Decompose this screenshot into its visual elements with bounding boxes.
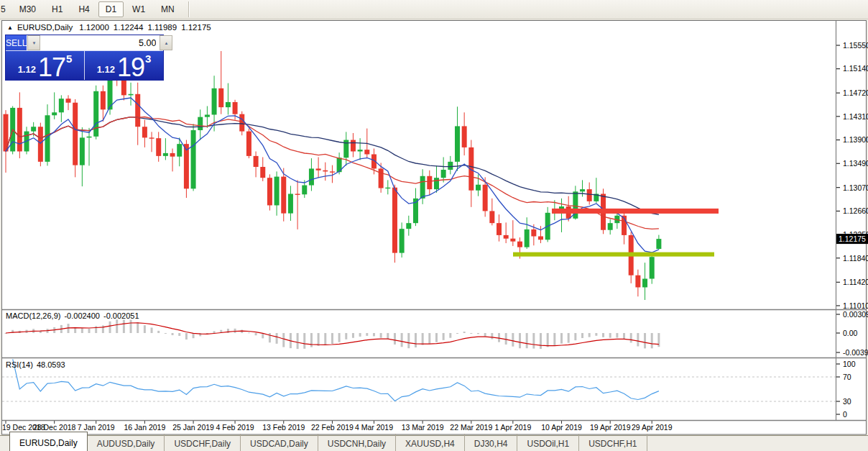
- svg-text:1.14720: 1.14720: [843, 88, 868, 97]
- macd-indicator-label: MACD(12,26,9)-0.002400-0.002051: [6, 311, 143, 320]
- ohlc-close: 1.12175: [181, 23, 211, 32]
- chart-tab-eurusd-daily[interactable]: EURUSD,Daily: [9, 432, 88, 451]
- chart-tab-usdoil-h1[interactable]: USDOil,H1: [517, 434, 579, 451]
- svg-text:19 Apr 2019: 19 Apr 2019: [590, 423, 631, 432]
- chart-tab-bar: EURUSD,DailyAUDUSD,DailyUSDCHF,DailyUSDC…: [0, 435, 868, 451]
- svg-text:28 Dec 2018: 28 Dec 2018: [33, 423, 76, 432]
- rsi-value: 48.0593: [37, 360, 65, 369]
- svg-text:4 Mar 2019: 4 Mar 2019: [355, 423, 393, 432]
- chart-tab-xauusd-h4[interactable]: XAUUSD,H4: [396, 434, 465, 451]
- svg-text:0.00: 0.00: [843, 329, 858, 337]
- macd-name: MACD(12,26,9): [6, 311, 60, 320]
- ohlc-open: 1.12000: [79, 23, 109, 32]
- svg-text:1.15140: 1.15140: [843, 64, 868, 73]
- svg-text:1 Apr 2019: 1 Apr 2019: [494, 423, 531, 432]
- ohlc-high: 1.12244: [114, 23, 144, 32]
- chart-tab-usdchf-h1[interactable]: USDCHF,H1: [579, 434, 647, 451]
- chart-title: ▲ EURUSD,Daily 1.12000 1.12244 1.11989 1…: [7, 23, 216, 32]
- buy-price-display[interactable]: 1.12 19 3: [84, 51, 163, 80]
- svg-text:-0.003947: -0.003947: [843, 348, 868, 357]
- chart-symbol-label: EURUSD,Daily: [17, 23, 73, 32]
- chart-tab-dj30-h4[interactable]: DJ30,H4: [465, 434, 518, 451]
- one-click-trading-panel: SELL ▼ ▲ BUY 1.12 17 5 1.12 19 3: [6, 35, 163, 80]
- timeframe-toolbar: 5M30H1H4D1W1MN: [0, 0, 868, 19]
- svg-text:1.15550: 1.15550: [843, 41, 868, 50]
- chart-tab-audusd-daily[interactable]: AUDUSD,Daily: [88, 434, 165, 451]
- sell-price-display[interactable]: 1.12 17 5: [6, 51, 84, 80]
- volume-spinner: ▼ ▲: [27, 35, 173, 50]
- toolbar-separator: [188, 1, 189, 17]
- sell-price-sup: 5: [66, 53, 72, 65]
- rsi-name: RSI(14): [6, 360, 33, 369]
- timeframe-button-mn[interactable]: MN: [154, 1, 182, 17]
- volume-decrease-button[interactable]: ▼: [27, 35, 40, 50]
- svg-text:4 Feb 2019: 4 Feb 2019: [216, 423, 254, 432]
- svg-text:30: 30: [843, 397, 851, 406]
- one-click-panel-toggle-icon[interactable]: ▲: [7, 24, 13, 31]
- chart-tab-usdcnh-daily[interactable]: USDCNH,Daily: [318, 434, 396, 451]
- svg-text:22 Mar 2019: 22 Mar 2019: [450, 423, 492, 432]
- svg-text:1.13900: 1.13900: [843, 135, 868, 144]
- svg-text:1.11420: 1.11420: [843, 278, 868, 286]
- svg-text:16 Jan 2019: 16 Jan 2019: [124, 423, 165, 432]
- macd-main-value: -0.002400: [64, 311, 100, 320]
- sell-price-big: 17: [38, 57, 65, 78]
- svg-text:22 Feb 2019: 22 Feb 2019: [311, 423, 354, 432]
- macd-signal-value: -0.002051: [103, 311, 139, 320]
- svg-text:13 Mar 2019: 13 Mar 2019: [402, 423, 444, 432]
- svg-text:10 Apr 2019: 10 Apr 2019: [541, 423, 582, 432]
- support-line[interactable]: [513, 252, 714, 257]
- svg-text:1.12175: 1.12175: [839, 234, 866, 243]
- chart-window-frame: [2, 21, 867, 435]
- svg-text:1.11840: 1.11840: [843, 254, 868, 263]
- sell-price-prefix: 1.12: [18, 64, 36, 75]
- timeframe-button-w1[interactable]: W1: [125, 1, 152, 17]
- buy-price-big: 19: [117, 57, 144, 78]
- svg-text:1.14310: 1.14310: [843, 112, 868, 121]
- svg-text:25 Jan 2019: 25 Jan 2019: [172, 423, 214, 432]
- buy-price-sup: 3: [145, 53, 151, 65]
- date-axis: 19 Dec 201828 Dec 20187 Jan 201916 Jan 2…: [2, 421, 673, 432]
- svg-text:1.13490: 1.13490: [843, 159, 868, 168]
- buy-button[interactable]: BUY: [173, 35, 191, 50]
- timeframe-button-m30[interactable]: M30: [12, 1, 43, 17]
- rsi-indicator-label: RSI(14)48.0593: [6, 360, 69, 369]
- volume-input[interactable]: [40, 35, 160, 50]
- svg-text:100: 100: [843, 360, 856, 368]
- chart-tab-usdchf-daily[interactable]: USDCHF,Daily: [165, 434, 241, 451]
- svg-text:0.003095: 0.003095: [843, 310, 868, 319]
- svg-text:13 Feb 2019: 13 Feb 2019: [262, 423, 305, 432]
- svg-text:29 Apr 2019: 29 Apr 2019: [632, 423, 673, 432]
- svg-text:1.11010: 1.11010: [843, 301, 868, 310]
- svg-text:70: 70: [843, 373, 851, 381]
- timeframe-button-h4[interactable]: H4: [71, 1, 96, 17]
- timeframe-button-h1[interactable]: H1: [45, 1, 70, 17]
- svg-text:7 Jan 2019: 7 Jan 2019: [78, 423, 115, 432]
- buy-price-prefix: 1.12: [97, 64, 115, 75]
- chart-tab-usdcad-daily[interactable]: USDCAD,Daily: [241, 434, 318, 451]
- sell-button[interactable]: SELL: [6, 35, 27, 50]
- ohlc-low: 1.11989: [147, 23, 177, 32]
- timeframe-button-5[interactable]: 5: [0, 1, 11, 17]
- timeframe-button-d1[interactable]: D1: [98, 1, 124, 17]
- current-price-tag: 1.12175: [836, 234, 868, 244]
- svg-text:1.13070: 1.13070: [843, 183, 868, 192]
- resistance-line[interactable]: [552, 209, 719, 214]
- svg-text:0: 0: [843, 410, 847, 419]
- svg-text:1.12660: 1.12660: [843, 206, 868, 215]
- volume-increase-button[interactable]: ▲: [160, 35, 172, 50]
